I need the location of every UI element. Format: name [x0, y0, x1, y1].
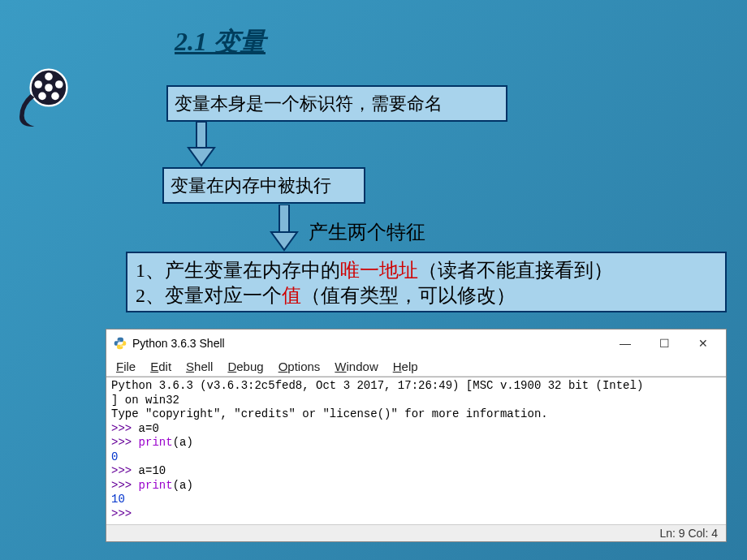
feature2-highlight: 值	[282, 285, 301, 306]
repl-line: >>> print(a)	[111, 479, 721, 493]
banner-line: ] on win32	[111, 394, 721, 408]
concept-box-1: 变量本身是一个标识符，需要命名	[166, 85, 507, 122]
python-shell-window: Python 3.6.3 Shell — ☐ ✕ File Edit Shell…	[106, 329, 727, 542]
svg-rect-9	[279, 205, 289, 232]
menu-shell[interactable]: Shell	[186, 360, 213, 373]
svg-point-5	[38, 93, 46, 101]
feature2-post: （值有类型，可以修改）	[301, 285, 516, 306]
banner-line: Python 3.6.3 (v3.6.3:2c5fed8, Oct 3 2017…	[111, 379, 721, 394]
menu-window[interactable]: Window	[335, 360, 378, 373]
film-reel-icon	[16, 65, 81, 130]
menu-debug[interactable]: Debug	[227, 360, 263, 373]
repl-line: >>>	[111, 507, 721, 522]
svg-point-3	[55, 80, 63, 88]
feature1-post: （读者不能直接看到）	[418, 260, 613, 281]
minimize-button[interactable]: —	[606, 333, 645, 354]
feature1-pre: 1、产生变量在内存中的	[136, 260, 340, 281]
status-bar: Ln: 9 Col: 4	[106, 524, 726, 541]
close-button[interactable]: ✕	[684, 333, 723, 354]
menu-options[interactable]: Options	[279, 360, 321, 373]
svg-marker-10	[271, 232, 297, 250]
feature2-pre: 2、变量对应一个	[136, 285, 282, 306]
menu-edit[interactable]: Edit	[150, 360, 171, 373]
svg-point-6	[34, 80, 42, 88]
repl-line: >>> print(a)	[111, 436, 721, 450]
repl-output: 0	[111, 450, 721, 465]
slide-title: 2.1 变量	[175, 24, 266, 60]
window-controls: — ☐ ✕	[606, 333, 723, 354]
svg-point-1	[45, 84, 53, 92]
banner-line: Type "copyright", "credits" or "license(…	[111, 407, 721, 422]
maximize-button[interactable]: ☐	[645, 333, 684, 354]
repl-output: 10	[111, 493, 721, 507]
svg-point-4	[51, 93, 59, 101]
svg-marker-8	[188, 148, 214, 166]
menu-bar: File Edit Shell Debug Options Window Hel…	[106, 357, 726, 377]
repl-line: >>> a=10	[111, 464, 721, 479]
arrow-down-icon	[268, 205, 300, 252]
svg-rect-7	[196, 122, 206, 148]
python-icon	[113, 336, 127, 351]
repl-line: >>> a=0	[111, 422, 721, 437]
menu-file[interactable]: File	[116, 360, 136, 373]
arrow-label: 产生两个特征	[309, 219, 425, 245]
feature1-highlight: 唯一地址	[340, 260, 418, 281]
svg-point-2	[45, 73, 53, 81]
menu-help[interactable]: Help	[393, 360, 418, 373]
shell-output[interactable]: Python 3.6.3 (v3.6.3:2c5fed8, Oct 3 2017…	[106, 377, 726, 524]
concept-box-2: 变量在内存中被执行	[162, 167, 365, 204]
feature-box: 1、产生变量在内存中的唯一地址（读者不能直接看到） 2、变量对应一个值（值有类型…	[126, 252, 727, 312]
window-title: Python 3.6.3 Shell	[132, 337, 225, 350]
arrow-down-icon	[185, 122, 218, 167]
window-titlebar: Python 3.6.3 Shell — ☐ ✕	[106, 330, 726, 357]
